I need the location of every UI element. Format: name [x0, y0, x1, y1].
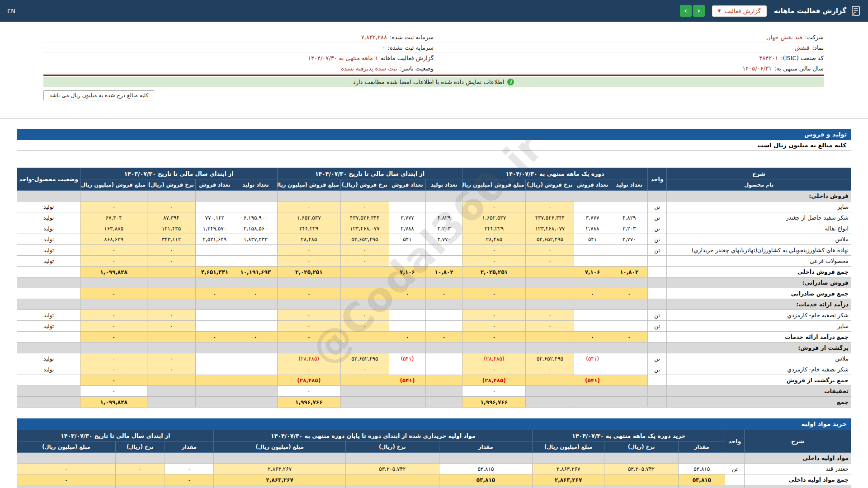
- publisher-status-value: ثبت شده پذیرفته نشده: [341, 65, 397, 72]
- unit-cell: [647, 277, 666, 288]
- value-cell: ۵۲,۶۵۲,۴۹۵: [340, 234, 389, 245]
- value-cell: [389, 277, 425, 288]
- row-name-cell: تخفیفات: [667, 386, 851, 397]
- section-title-cell: مواد اولیه وارداتی: [744, 485, 851, 488]
- value-cell: [533, 453, 604, 464]
- value-cell: [115, 453, 165, 464]
- unit-cell: [725, 474, 744, 485]
- value-cell: [147, 299, 195, 310]
- production-sales-section-header: تولید و فروش: [17, 129, 851, 140]
- symbol-label: نماد:: [812, 44, 824, 51]
- value-cell: [340, 386, 389, 397]
- section-title-cell: برگشت از فروش:: [667, 343, 851, 353]
- value-cell: ۰: [462, 321, 526, 332]
- table-row: شکر تصفیه خام- کارمزديتن۰۰۰۰۰۰تولید: [17, 310, 851, 321]
- value-cell: [533, 485, 604, 488]
- col-header-sales-rate: نرخ فروش (ریال): [526, 179, 574, 191]
- value-cell: [389, 310, 425, 321]
- value-cell: [526, 299, 574, 310]
- value-cell: ۰: [80, 386, 147, 397]
- next-report-button[interactable]: ›: [680, 5, 692, 17]
- table-row: شکر تصفیه خام- کارمزديتن۰۰۰۰۰۰تولید: [17, 364, 851, 375]
- value-cell: ۰: [80, 256, 147, 267]
- value-cell: [574, 245, 611, 256]
- value-cell: ۰: [277, 288, 340, 299]
- company-info-panel: شرکت: قند نقش جهان سرمایه ثبت شده: ۷,۸۳۲…: [43, 32, 824, 87]
- report-period-label: گزارش فعالیت ماهانه: [381, 55, 434, 61]
- language-switch[interactable]: EN: [7, 8, 15, 14]
- registered-capital-label: سرمایه ثبت شده:: [390, 34, 434, 41]
- status-cell: تولید: [17, 353, 80, 364]
- value-cell: [526, 277, 574, 288]
- value-cell: [234, 343, 277, 353]
- group-header-current-month: دوره یک ماهه منتهی به ۱۴۰۴/۰۷/۳۰: [462, 168, 648, 179]
- value-cell: [389, 245, 425, 256]
- company-name[interactable]: قند نقش جهان: [766, 34, 802, 41]
- signature-notice-bar: i اطلاعات نمایش داده شده با اطلاعات امضا…: [43, 77, 824, 87]
- value-cell: ۰: [17, 474, 116, 485]
- symbol-value: قنقش: [794, 44, 809, 51]
- unit-cell: [647, 288, 666, 299]
- amounts-unit-tab[interactable]: کلیه مبالغ درج شده به میلیون ریال می باش…: [43, 90, 154, 100]
- value-cell: [234, 245, 277, 256]
- col-header-production-qty: تعداد تولید: [234, 179, 277, 191]
- report-type-dropdown[interactable]: گزارش فعالیت ▼: [712, 5, 767, 17]
- page-title: گزارش فعالیت ماهانه: [774, 7, 846, 15]
- value-cell: [340, 288, 389, 299]
- col-header-product-name: نام محصول: [667, 179, 851, 191]
- value-cell: [462, 343, 526, 353]
- value-cell: [80, 191, 147, 202]
- value-cell: ۰: [526, 364, 574, 375]
- value-cell: [574, 321, 611, 332]
- value-cell: ۲,۷۸۸: [389, 223, 425, 234]
- col-header-quantity: مقدار: [165, 441, 214, 453]
- info-row: کد صنعت (ISIC): ۳۸۴۲۰۱ گزارش فعالیت ماها…: [43, 53, 824, 63]
- value-cell: ۰: [147, 245, 195, 256]
- value-cell: ۷۷۰,۱۲۲: [195, 212, 234, 223]
- value-cell: ۰: [80, 332, 147, 343]
- value-cell: [346, 485, 439, 488]
- value-cell: [195, 202, 234, 212]
- col-header-unit: واحد: [725, 430, 744, 453]
- status-cell: [17, 277, 80, 288]
- value-cell: [574, 191, 611, 202]
- value-cell: [462, 277, 526, 288]
- value-cell: ۵۳,۲۰۵,۷۴۲: [604, 464, 678, 474]
- value-cell: [611, 202, 647, 212]
- value-cell: ۰: [426, 288, 462, 299]
- value-cell: [165, 453, 214, 464]
- row-name-cell: شکر تصفیه خام- کارمزدي: [667, 364, 851, 375]
- unit-cell: [647, 332, 666, 343]
- value-cell: ۵۳,۸۱۵: [679, 474, 725, 485]
- value-cell: ۰: [80, 321, 147, 332]
- group-header-ytd-prior: از ابتدای سال مالی تا تاریخ ۱۴۰۳/۰۷/۳۰: [80, 168, 277, 179]
- fiscal-year-label: سال مالی منتهی به:: [774, 65, 824, 72]
- value-cell: [147, 386, 195, 397]
- table-row: جمع درآمد ارائه خدمات۰۰۰۰۰۰۰۰۰: [17, 332, 851, 343]
- unit-cell: تن: [647, 212, 666, 223]
- value-cell: [147, 375, 195, 386]
- value-cell: [115, 485, 165, 488]
- value-cell: ۱۲۱,۴۳۵: [147, 223, 195, 234]
- value-cell: ۴,۶۵۱,۳۴۱: [195, 267, 234, 277]
- value-cell: [426, 299, 462, 310]
- previous-report-button[interactable]: ‹: [693, 5, 705, 17]
- value-cell: [147, 343, 195, 353]
- value-cell: [234, 386, 277, 397]
- value-cell: ۰: [147, 364, 195, 375]
- value-cell: [389, 397, 425, 408]
- unit-cell: تن: [725, 464, 744, 474]
- value-cell: [611, 343, 647, 353]
- section-title-cell: مواد اولیه داخلی: [744, 453, 851, 464]
- value-cell: ۵۳,۲۰۵,۷۴۲: [346, 464, 439, 474]
- value-cell: ۴۳۷,۵۲۶,۳۴۴: [526, 212, 574, 223]
- value-cell: [17, 485, 116, 488]
- value-cell: [234, 202, 277, 212]
- section-row: مواد اولیه داخلی: [17, 453, 851, 464]
- value-cell: [389, 321, 425, 332]
- value-cell: [346, 453, 439, 464]
- value-cell: ۵۳,۸۱۵: [439, 474, 533, 485]
- col-header-amount: مبلغ (میلیون ریال): [533, 441, 604, 453]
- value-cell: ۰: [147, 310, 195, 321]
- value-cell: ۱,۹۹۶,۷۶۶: [462, 397, 526, 408]
